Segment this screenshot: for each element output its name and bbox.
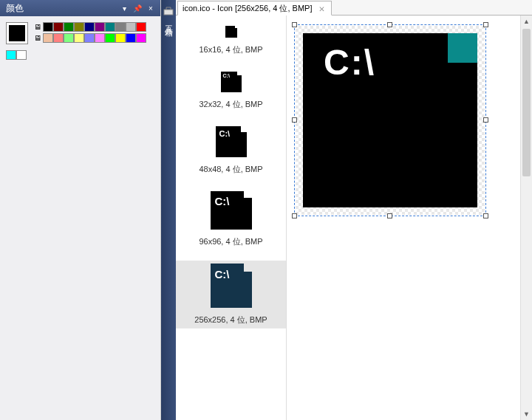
resize-handle[interactable] [292,213,297,218]
document-area: icon.ico - Icon [256x256, 4 位, BMP] ⨉ C:… [176,0,532,420]
screen-color-icon[interactable]: 🖥 [33,33,43,43]
dog-ear [448,33,477,63]
thumbnail-label: 16x16, 4 位, BMP [180,44,282,55]
thumbnail-item[interactable]: C:\96x96, 4 位, BMP [176,188,286,250]
tab-close-icon[interactable]: ⨉ [316,3,327,13]
document-tabstrip: icon.ico - Icon [256x256, 4 位, BMP] ⨉ [176,0,532,16]
toolbox-label: 工具箱 [163,19,174,24]
thumbnail-item[interactable]: C:\16x16, 4 位, BMP [176,23,286,58]
icon-glyph-text: C:\ [324,42,375,83]
pin-icon[interactable]: 📌 [131,1,144,15]
toolbox-icon [163,4,174,16]
thumbnail-item[interactable]: C:\256x256, 4 位, BMP [176,261,286,328]
color-swatch[interactable] [74,22,84,32]
close-icon[interactable]: × [144,1,157,15]
color-swatch[interactable] [43,22,53,32]
document-tab-title: icon.ico - Icon [256x256, 4 位, BMP] [183,3,312,14]
toolbox-tab[interactable]: 工具箱 [161,0,176,420]
thumbnail-label: 48x48, 4 位, BMP [180,164,282,175]
thumbnail-item[interactable]: C:\32x32, 4 位, BMP [176,69,286,113]
color-swatch[interactable] [53,22,64,32]
thumbnail-label: 256x256, 4 位, BMP [180,314,282,326]
thumbnail-preview: C:\ [225,26,237,38]
selection-border[interactable]: C:\ [294,24,486,216]
resize-handle[interactable] [292,22,297,27]
thumbnail-preview: C:\ [216,126,247,157]
resize-handle[interactable] [483,117,488,123]
color-swatch[interactable] [136,22,146,32]
thumbnail-item[interactable]: C:\48x48, 4 位, BMP [176,123,286,178]
dropdown-icon[interactable]: ▾ [117,1,131,15]
thumbnail-preview: C:\ [211,264,252,308]
resize-handle[interactable] [387,213,392,218]
thumbnail-label: 32x32, 4 位, BMP [180,99,282,110]
icon-canvas[interactable]: C:\ [296,26,485,215]
color-panel-titlebar[interactable]: 颜色 ▾ 📌 × [0,0,160,16]
scrollbar-thumb[interactable] [522,29,531,176]
resize-handle[interactable] [292,117,297,123]
color-swatch[interactable] [53,33,64,43]
color-swatch[interactable] [105,33,115,43]
color-swatch[interactable] [126,22,136,32]
resize-handle[interactable] [483,213,488,218]
color-swatch[interactable] [95,22,105,32]
color-swatch[interactable] [136,33,146,43]
color-swatch[interactable] [43,33,53,43]
color-swatch[interactable] [84,33,95,43]
color-swatch[interactable] [64,22,74,32]
svg-rect-0 [164,10,173,15]
color-swatch[interactable] [115,33,126,43]
scroll-down-icon[interactable]: ▼ [521,408,532,420]
resize-handle[interactable] [387,22,392,27]
screen-color-icon[interactable]: 🖥 [33,22,43,32]
color-swatch[interactable] [16,50,27,60]
canvas-pane: C:\ [287,16,532,420]
color-swatch[interactable] [115,22,126,32]
foreground-color [9,25,25,41]
thumbnail-label: 96x96, 4 位, BMP [180,236,282,247]
current-color-well[interactable] [6,22,28,44]
icon-sizes-list[interactable]: C:\16x16, 4 位, BMPC:\32x32, 4 位, BMPC:\4… [176,16,287,420]
color-swatch[interactable] [84,22,95,32]
color-swatch[interactable] [95,33,105,43]
color-swatch[interactable] [6,50,16,60]
color-swatch[interactable] [105,22,115,32]
color-swatch[interactable] [126,33,136,43]
vertical-scrollbar[interactable]: ▲ ▼ [520,16,532,420]
color-swatch[interactable] [64,33,74,43]
scroll-up-icon[interactable]: ▲ [521,16,532,27]
thumbnail-preview: C:\ [221,72,242,92]
document-tab[interactable]: icon.ico - Icon [256x256, 4 位, BMP] ⨉ [177,1,332,16]
resize-handle[interactable] [483,22,488,27]
color-swatch[interactable] [74,33,84,43]
color-panel-title: 颜色 [6,2,117,15]
thumbnail-preview: C:\ [211,191,252,230]
color-panel: 颜色 ▾ 📌 × 🖥 🖥 [0,0,161,420]
